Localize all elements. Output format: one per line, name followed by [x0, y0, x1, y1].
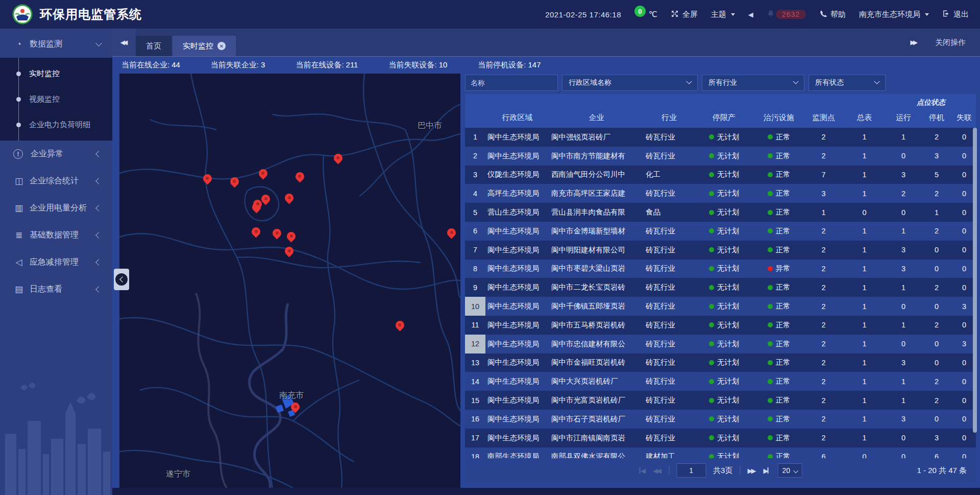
- sidebar-item-4[interactable]: ▥企业用电量分析: [0, 195, 112, 222]
- chevron-down-icon: [874, 79, 879, 84]
- map-pin-icon[interactable]: [261, 195, 270, 203]
- column-running: 运行: [886, 113, 921, 123]
- status-dot-green: [709, 304, 714, 309]
- org-dropdown[interactable]: 南充市生态环境局: [859, 10, 929, 19]
- table-row[interactable]: 17阆中生态环境局阆中市江南镇阆南页岩砖瓦行业无计划正常21030: [465, 429, 976, 447]
- cell-monitor-points: 3: [804, 184, 843, 203]
- sidebar-item-2[interactable]: !企业异常: [0, 140, 112, 168]
- table-row[interactable]: 18南部生态环境局南部县双佛水泥有限公建材加工无计划正常60060: [465, 447, 976, 459]
- sidebar-subitem-2[interactable]: 视频监控: [0, 86, 112, 112]
- sidebar-item-label: 企业异常: [31, 149, 96, 159]
- map-pin-icon[interactable]: [203, 174, 212, 183]
- scrollbar-thumb[interactable]: [973, 128, 977, 433]
- map-panel[interactable]: 巴中市南充市遂宁市: [119, 74, 460, 488]
- sidebar-subitem-3[interactable]: 企业电力负荷明细: [0, 112, 112, 137]
- table-row[interactable]: 2阆中生态环境局阆中市南方节能建材有砖瓦行业无计划正常21030: [465, 147, 976, 166]
- cell-facility: 正常: [753, 184, 804, 203]
- table-row[interactable]: 5营山生态环境局营山县润丰肉食品有限食品无计划正常10010: [465, 203, 976, 222]
- cell-company: 南部县双佛水泥有限公: [549, 447, 644, 459]
- fullscreen-button[interactable]: 全屏: [671, 10, 698, 19]
- table-row[interactable]: 3仪陇生态环境局西南油气田分公司川中化工无计划正常71350: [465, 166, 976, 184]
- map-collapse-handle[interactable]: [114, 269, 129, 290]
- sound-toggle[interactable]: ◀: [748, 11, 753, 18]
- page-last-button[interactable]: ▶: [763, 467, 770, 475]
- map-pin-icon[interactable]: [285, 247, 293, 255]
- map-pin-icon[interactable]: [252, 227, 260, 236]
- stat-value: 10: [439, 60, 448, 69]
- stat-item-2: 当前失联企业:3: [211, 60, 265, 70]
- theme-dropdown[interactable]: 主题: [711, 10, 735, 19]
- name-filter-input[interactable]: [465, 75, 558, 91]
- tab-close-icon[interactable]: ✕: [217, 42, 226, 50]
- map-pin-icon[interactable]: [334, 154, 342, 162]
- tab-scroll-right-button[interactable]: ▶▶: [911, 39, 918, 46]
- cell-running: 1: [886, 222, 921, 241]
- company-table-panel: 行政区域名称 所有行业 所有状态 点位状态 行政区域 企业 行业 停限产: [465, 74, 976, 488]
- notification-widget[interactable]: 2632: [767, 10, 806, 19]
- help-button[interactable]: 帮助: [819, 10, 846, 19]
- sidebar: ◔数据监测实时监控视频监控企业电力负荷明细!企业异常◫企业综合统计▥企业用电量分…: [0, 29, 112, 495]
- map-pin-icon[interactable]: [287, 232, 296, 241]
- table-row[interactable]: 7阆中生态环境局阆中明阳建材有限公司砖瓦行业无计划正常21300: [465, 241, 976, 260]
- region-filter-select[interactable]: 行政区域名称: [562, 75, 698, 91]
- page-number-input[interactable]: 1: [676, 463, 706, 478]
- status-dot-green: [709, 228, 714, 233]
- page-size-select[interactable]: 20: [777, 463, 802, 478]
- page-first-button[interactable]: ◀: [639, 467, 646, 475]
- page-next-button[interactable]: ▶▶: [747, 467, 756, 475]
- column-region: 行政区域: [485, 113, 549, 123]
- map-pin-icon[interactable]: [447, 228, 456, 237]
- table-row[interactable]: 8阆中生态环境局阆中市枣碧大梁山页岩砖瓦行业无计划异常21300: [465, 260, 976, 278]
- column-company: 企业: [549, 113, 644, 123]
- sidebar-item-6[interactable]: ◁应急减排管理: [0, 249, 112, 276]
- cell-monitor-points: 2: [804, 297, 843, 316]
- map-pin-icon[interactable]: [396, 321, 404, 329]
- map-pin-icon[interactable]: [273, 229, 281, 238]
- table-row[interactable]: 9阆中生态环境局阆中市二龙长宝页岩砖砖瓦行业无计划正常21120: [465, 278, 976, 297]
- table-row[interactable]: 12阆中生态环境局阆中市忠信建材有限公砖瓦行业无计划正常21003: [465, 335, 976, 353]
- sidebar-subitem-1[interactable]: 实时监控: [0, 61, 112, 86]
- status-filter-select[interactable]: 所有状态: [808, 75, 886, 91]
- sidebar-item-3[interactable]: ◫企业综合统计: [0, 168, 112, 195]
- cell-row-number: 8: [465, 260, 485, 278]
- table-row[interactable]: 14阆中生态环境局阆中大兴页岩机砖厂砖瓦行业无计划正常21120: [465, 372, 976, 391]
- tab-scroll-left-button[interactable]: ◀◀: [112, 29, 136, 56]
- cell-stop-plan: 无计划: [695, 128, 753, 147]
- map-pin-icon[interactable]: [230, 177, 239, 186]
- cell-total-meter: 0: [843, 203, 886, 222]
- logout-button[interactable]: 退出: [942, 10, 969, 19]
- page-prev-button[interactable]: ◀◀: [653, 467, 662, 475]
- stat-item-5: 当前停机设备:147: [478, 60, 541, 70]
- map-pin-icon[interactable]: [285, 194, 293, 202]
- table-body: 1阆中生态环境局阆中强锐页岩砖厂砖瓦行业无计划正常211202阆中生态环境局阆中…: [465, 128, 976, 459]
- status-dot-green: [768, 322, 773, 327]
- table-row[interactable]: 10阆中生态环境局阆中千佛镇五郎垭页岩砖瓦行业无计划正常21003: [465, 297, 976, 316]
- cell-industry: 砖瓦行业: [644, 278, 695, 297]
- cell-stop-plan: 无计划: [695, 260, 753, 278]
- close-operations-button[interactable]: 关闭操作: [935, 38, 966, 48]
- table-row[interactable]: 16阆中生态环境局阆中市石子页岩机砖厂砖瓦行业无计划正常21300: [465, 410, 976, 429]
- table-row[interactable]: 1阆中生态环境局阆中强锐页岩砖厂砖瓦行业无计划正常21120: [465, 128, 976, 147]
- cell-stop-plan: 无计划: [695, 184, 753, 203]
- tab-2[interactable]: 实时监控✕: [173, 36, 236, 56]
- map-pin-icon[interactable]: [296, 172, 304, 181]
- table-row[interactable]: 6阆中生态环境局阆中市金博瑞新型墙材砖瓦行业无计划正常21120: [465, 222, 976, 241]
- industry-filter-select[interactable]: 所有行业: [702, 75, 804, 91]
- speaker-icon: ◀: [748, 11, 753, 18]
- sidebar-item-1[interactable]: ◔数据监测: [0, 31, 112, 58]
- stop-plan-text: 无计划: [717, 376, 740, 386]
- sidebar-item-5[interactable]: ≣基础数据管理: [0, 222, 112, 249]
- tab-1[interactable]: 首页: [136, 36, 172, 56]
- emergency-icon: ◁: [13, 257, 24, 268]
- table-scrollbar[interactable]: [973, 128, 977, 459]
- map-pin-icon[interactable]: [291, 403, 300, 411]
- table-row[interactable]: 15阆中生态环境局阆中市光富页岩机砖厂砖瓦行业无计划正常21120: [465, 391, 976, 410]
- sidebar-item-7[interactable]: ▤日志查看: [0, 276, 112, 303]
- table-row[interactable]: 4高坪生态环境局南充市高坪区王家店建砖瓦行业无计划正常31220: [465, 184, 976, 203]
- table-row[interactable]: 11阆中生态环境局阆中市五马桥页岩机砖砖瓦行业无计划正常21120: [465, 316, 976, 335]
- table-row[interactable]: 13阆中生态环境局阆中市金福旺页岩机砖砖瓦行业无计划正常21300: [465, 353, 976, 372]
- total-pages-label: 共3页: [713, 466, 732, 476]
- facility-text: 正常: [776, 245, 791, 255]
- map-pin-icon[interactable]: [253, 200, 262, 208]
- map-pin-icon[interactable]: [259, 169, 267, 178]
